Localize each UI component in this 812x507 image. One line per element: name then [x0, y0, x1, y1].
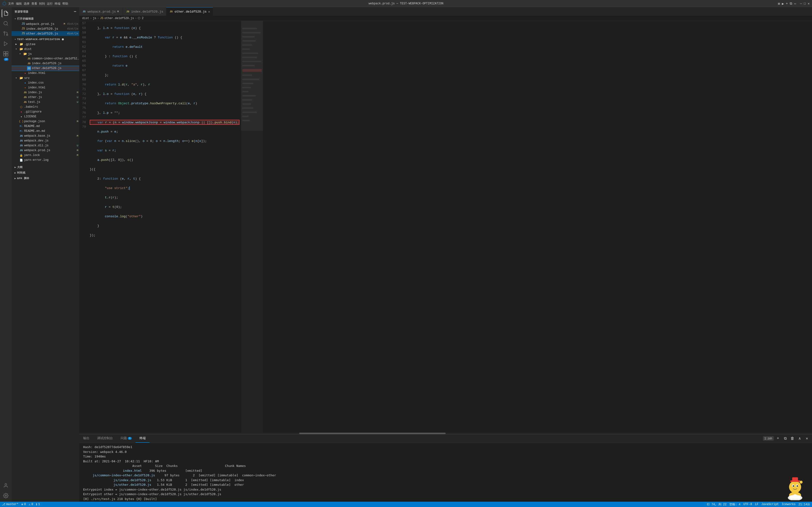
- add-icon[interactable]: +: [786, 2, 788, 6]
- code-line-70: var s = r;: [90, 148, 240, 153]
- close-btn[interactable]: ✕: [808, 2, 810, 6]
- open-editor-other[interactable]: JS other.de1df520.js dist/js: [12, 31, 79, 36]
- tree-item-package-json[interactable]: { } package.json M: [12, 119, 79, 124]
- tree-item-index-dist[interactable]: JS index.de1df520.js: [12, 61, 79, 66]
- minimize-btn[interactable]: —: [800, 2, 802, 6]
- panel-tab-output[interactable]: 输出: [79, 434, 93, 443]
- account-activity-icon[interactable]: [2, 482, 10, 490]
- tree-item-common[interactable]: JS common~index~other.de1df520.js: [12, 56, 79, 61]
- search-activity-icon[interactable]: [2, 19, 10, 27]
- terminal[interactable]: Hash: de1df52077de64f859e1 Version: webp…: [79, 443, 812, 502]
- open-editor-index[interactable]: JS index.de1df520.js dist/js: [12, 26, 79, 31]
- menu-file[interactable]: 文件: [8, 2, 14, 6]
- spaces-status[interactable]: 空格: 4: [729, 502, 741, 507]
- git-branch-status[interactable]: ⎇ master*: [2, 503, 18, 506]
- open-editors-section[interactable]: ▾ 打开的编辑器: [12, 16, 79, 21]
- menu-terminal[interactable]: 终端: [55, 2, 60, 6]
- line-ending-text: LF: [755, 503, 758, 506]
- panel-tab-debug[interactable]: 调试控制台: [93, 434, 117, 443]
- trash-terminal-btn[interactable]: 🗑: [789, 435, 796, 442]
- timeline-section[interactable]: ▶ 时间线: [12, 170, 79, 175]
- new-terminal-btn[interactable]: +: [775, 435, 781, 442]
- tree-item-babelrc[interactable]: ⬡ .babelrc: [12, 105, 79, 109]
- breadcrumb-js[interactable]: js: [93, 17, 96, 20]
- tree-item-src[interactable]: ▾ 📂 src: [12, 75, 79, 80]
- editor-scrollbar-thumb[interactable]: [299, 433, 446, 434]
- project-section[interactable]: ▾ TEST-WEBPACK-OPTIMIZATION: [12, 37, 79, 42]
- menu-edit[interactable]: 编辑: [16, 2, 22, 6]
- menu-run[interactable]: 运行: [47, 2, 53, 6]
- panel-tab-problems[interactable]: 问题 1: [117, 434, 136, 443]
- panel-tab-problems-label: 问题: [120, 436, 127, 440]
- tree-item-webpack-base[interactable]: JS webpack.base.js M: [12, 133, 79, 138]
- tree-item-js[interactable]: ▾ 📂 js: [12, 51, 79, 56]
- maximize-btn[interactable]: □: [804, 2, 806, 6]
- tree-item-dist[interactable]: ▾ 📂 dist: [12, 47, 79, 51]
- outline-section[interactable]: ▶ 大纲: [12, 164, 79, 170]
- remote-icon[interactable]: ⊞: [778, 2, 780, 6]
- tree-item-license[interactable]: ⬥ LICENSE: [12, 114, 79, 119]
- debug-activity-icon[interactable]: [2, 40, 10, 48]
- info-status[interactable]: ℹ 1: [36, 503, 40, 506]
- warnings-status[interactable]: ⚠ 0: [29, 503, 33, 506]
- iceworks-status[interactable]: Iceworks: [781, 503, 796, 506]
- more-icon[interactable]: ⋯: [794, 2, 796, 6]
- git-activity-icon[interactable]: 10: [2, 30, 10, 38]
- menu-view[interactable]: 查看: [32, 2, 37, 6]
- open-editor-webpack-prod[interactable]: JS webpack.prod.js M dist/js: [12, 21, 79, 26]
- tree-item-test-js[interactable]: JS test.js U: [12, 100, 79, 105]
- tree-item-gitignore[interactable]: ⬥ .gitignore: [12, 109, 79, 114]
- maximize-panel-btn[interactable]: ∧: [797, 435, 803, 442]
- line-ending-status[interactable]: LF: [755, 503, 758, 506]
- tab-close-3[interactable]: ✕: [208, 10, 210, 14]
- close-panel-btn[interactable]: ✕: [804, 435, 810, 442]
- menu-selection[interactable]: 选择: [24, 2, 30, 6]
- play-icon[interactable]: ▶: [782, 2, 784, 6]
- tree-item-readme[interactable]: M↓ README.md: [12, 124, 79, 129]
- files-activity-icon[interactable]: [2, 9, 10, 17]
- editor-scrollbar[interactable]: [79, 433, 812, 434]
- cursor-position-status[interactable]: 行 74, 列 22: [707, 502, 727, 507]
- tree-item-webpack-prod[interactable]: JS webpack.prod.js M: [12, 148, 79, 153]
- tree-item-webpack-dev[interactable]: JS webpack.dev.js: [12, 138, 79, 143]
- code-editor[interactable]: 57585960 61626364 65666768 69707172 7374…: [79, 21, 241, 433]
- info-count: 1: [38, 503, 40, 506]
- panel-tab-terminal[interactable]: 终端: [136, 434, 150, 443]
- tree-item-yarn-error[interactable]: 📄 yarn-error.log: [12, 158, 79, 163]
- tab-icon-1: JS: [82, 10, 86, 13]
- tree-item-index-html[interactable]: ⬥ index.html: [12, 85, 79, 90]
- sidebar-more-icon[interactable]: ⋯: [74, 9, 77, 14]
- errors-status[interactable]: ⊗ 0: [21, 503, 26, 506]
- menu-help[interactable]: 帮助: [62, 2, 68, 6]
- settings-activity-icon[interactable]: [2, 492, 10, 500]
- panel-controls: 1: zsh + ⧉ 🗑 ∧ ✕: [761, 435, 812, 442]
- terminal-line-6: index.html 396 bytes [emitted]: [83, 468, 808, 473]
- breadcrumb-file[interactable]: other.de1df520.js: [104, 17, 134, 20]
- tree-item-dist-index-html[interactable]: ⬥ index.html: [12, 71, 79, 75]
- tree-item-webpack-dll[interactable]: JS webpack.dll.js U: [12, 143, 79, 148]
- language-status[interactable]: JavaScript: [761, 503, 779, 506]
- tree-item-readme-en[interactable]: M↓ README.en.md: [12, 129, 79, 133]
- tree-item-gitee[interactable]: ▶ 📁 .gitee: [12, 42, 79, 47]
- tree-item-other-dist[interactable]: JS other.de1df520.js: [12, 66, 79, 71]
- tab-other[interactable]: JS other.de1df520.js ✕: [166, 7, 213, 16]
- tree-item-index-js[interactable]: JS index.js M: [12, 90, 79, 95]
- tree-item-index-css[interactable]: ⬥ index.css: [12, 80, 79, 85]
- code-line-65: return Object.prototype.hasOwnProperty.c…: [90, 101, 240, 106]
- menu-go[interactable]: 转到: [39, 2, 45, 6]
- badge-index-js: M: [77, 91, 78, 94]
- npm-section[interactable]: ▶ NPM 脚本: [12, 175, 79, 181]
- tree-item-other-js[interactable]: JS other.js U: [12, 95, 79, 100]
- split-terminal-btn[interactable]: ⧉: [782, 435, 788, 442]
- encoding-status[interactable]: UTF-8: [743, 503, 752, 506]
- folder-name-gitee: .gitee: [24, 43, 79, 46]
- breadcrumb-symbol[interactable]: ⬡ 2: [138, 16, 144, 20]
- tab-webpack-prod[interactable]: JS webpack.prod.js M: [79, 7, 123, 16]
- shell-select[interactable]: 1: zsh: [763, 436, 774, 441]
- tab-index[interactable]: JS index.de1df520.js: [123, 7, 166, 16]
- code-line-62: };: [90, 73, 240, 78]
- breadcrumb-dist[interactable]: dist: [82, 17, 89, 20]
- tree-item-yarn-lock[interactable]: 🔒 yarn.lock M: [12, 153, 79, 158]
- split-icon[interactable]: ⧉: [790, 2, 792, 6]
- extensions-activity-icon[interactable]: [2, 50, 10, 58]
